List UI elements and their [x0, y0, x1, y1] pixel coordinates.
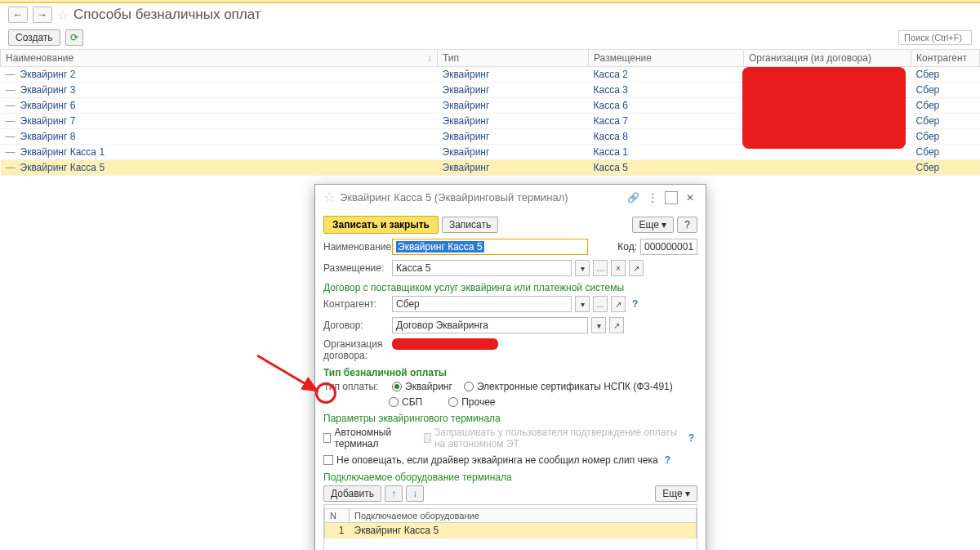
- col-name[interactable]: Наименование↓: [1, 50, 438, 67]
- refresh-button[interactable]: ⟳: [65, 29, 83, 46]
- page-title: Способы безналичных оплат: [74, 7, 261, 23]
- col-org[interactable]: Организация (из договора): [744, 50, 911, 67]
- nav-forward[interactable]: →: [33, 7, 52, 23]
- favorite-icon[interactable]: ☆: [57, 7, 69, 23]
- search-input[interactable]: [898, 30, 972, 45]
- redaction: [742, 67, 906, 149]
- col-placement[interactable]: Размещение: [589, 50, 744, 67]
- create-button[interactable]: Создать: [8, 29, 60, 46]
- nav-back[interactable]: ←: [8, 7, 28, 23]
- col-counterparty[interactable]: Контрагент: [911, 50, 980, 67]
- col-type[interactable]: Тип: [438, 50, 589, 67]
- table-row[interactable]: Эквайринг Касса 5ЭквайрингКасса 5Сбер: [1, 160, 980, 176]
